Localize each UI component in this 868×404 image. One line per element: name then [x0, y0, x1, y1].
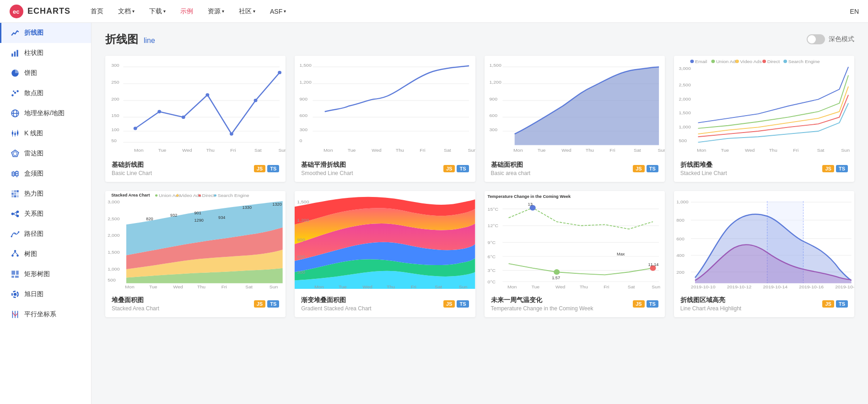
sidebar: 折线图 柱状图 饼图 散点图 地理坐标/地图	[0, 23, 92, 404]
svg-text:Tue: Tue	[348, 148, 356, 153]
sidebar-item-heatmap[interactable]: 热力图	[0, 184, 91, 204]
sidebar-item-sunburst[interactable]: 旭日图	[0, 284, 91, 304]
svg-text:500: 500	[679, 138, 687, 144]
chart-title-row: 未来一周气温变化 Temperature Change in the Comin…	[491, 296, 658, 312]
badge-ts[interactable]: TS	[836, 300, 848, 308]
chart-card-temp-change[interactable]: Temperature Change in the Coming Week 15…	[485, 191, 665, 317]
svg-text:Sun: Sun	[652, 284, 660, 289]
svg-text:Max: Max	[617, 252, 625, 256]
nav-community[interactable]: 社区 ▾	[232, 5, 262, 18]
lines-icon	[11, 229, 20, 239]
chart-title-zh: 基础折线图	[112, 161, 152, 169]
svg-text:600: 600	[489, 113, 497, 118]
svg-text:Stacked Area Chart: Stacked Area Chart	[111, 193, 150, 198]
svg-rect-36	[14, 195, 16, 197]
badge-js[interactable]: JS	[822, 300, 834, 308]
svg-text:1.57: 1.57	[552, 276, 560, 280]
svg-text:Union Ads: Union Ads	[716, 59, 738, 64]
sidebar-item-kline[interactable]: K 线图	[0, 123, 91, 144]
nav-resources[interactable]: 资源 ▾	[201, 5, 231, 18]
sidebar-item-radar[interactable]: 雷达图	[0, 144, 91, 164]
svg-text:1,500: 1,500	[489, 63, 501, 68]
svg-rect-31	[16, 190, 18, 192]
parallel-icon	[11, 310, 20, 319]
chart-info-smooth-line: 基础平滑折线图 Smoothed Line Chart JS TS	[295, 156, 475, 182]
badge-js[interactable]: JS	[443, 165, 455, 172]
sidebar-item-pie[interactable]: 饼图	[0, 63, 91, 83]
chart-card-smooth-line[interactable]: 1,500 1,200 900 600 300 0 Mon Tue	[295, 56, 475, 182]
chart-title-row: 基础面积图 Basic area chart JS TS	[491, 161, 658, 176]
sidebar-item-parallel[interactable]: 平行坐标系	[0, 304, 91, 324]
sidebar-item-treemap[interactable]: 矩形树图	[0, 264, 91, 284]
svg-point-75	[182, 116, 185, 119]
nav-asf[interactable]: ASF ▾	[264, 5, 292, 18]
badge-js[interactable]: JS	[633, 165, 644, 172]
chart-card-basic-line[interactable]: 300 250 200 150 100 50	[105, 56, 286, 182]
badge-ts[interactable]: TS	[457, 300, 469, 308]
badge-js[interactable]: JS	[633, 300, 644, 308]
dark-mode-toggle[interactable]: 深色模式	[807, 34, 854, 44]
badge-ts[interactable]: TS	[267, 165, 279, 172]
chart-info-stacked-line: 折线图堆叠 Stacked Line Chart JS TS	[674, 156, 854, 182]
chart-badges: JS TS	[633, 165, 658, 172]
chart-canvas-stacked-line: Email Union Ads Video Ads Direct Search …	[674, 56, 854, 156]
chart-card-gradient-stacked[interactable]: 1,500 1,200 900 600 300 Mon Tue Wed Thu …	[295, 191, 475, 317]
badge-js[interactable]: JS	[254, 165, 265, 172]
svg-text:Wed: Wed	[182, 148, 192, 153]
logo[interactable]: ec ECHARTS	[9, 4, 70, 19]
chart-title-zh: 未来一周气温变化	[491, 296, 593, 304]
graph-icon	[11, 209, 20, 218]
sidebar-label-geo: 地理坐标/地图	[24, 109, 65, 117]
toggle-switch[interactable]	[807, 34, 825, 44]
sidebar-item-boxplot[interactable]: 盒须图	[0, 164, 91, 184]
lang-switch[interactable]: EN	[850, 8, 859, 15]
heatmap-icon	[11, 189, 20, 198]
main-content: 折线图 line 深色模式 300 250 200 150 100	[92, 23, 868, 404]
svg-point-124	[711, 60, 715, 63]
sidebar-label-sunburst: 旭日图	[24, 290, 43, 298]
chart-card-stacked-area[interactable]: Stacked Area Chart Union Ads Video Ads D…	[105, 191, 286, 317]
chart-card-area-highlight[interactable]: 1,000 800 600 400 200	[674, 191, 854, 317]
sidebar-item-geo[interactable]: 地理坐标/地图	[0, 103, 91, 123]
svg-text:1,000: 1,000	[679, 124, 691, 129]
chart-card-basic-area[interactable]: 1,500 1,200 900 600 300 Mon	[485, 56, 665, 182]
svg-point-130	[783, 60, 787, 63]
badge-ts[interactable]: TS	[647, 165, 658, 172]
nav-download[interactable]: 下载 ▾	[143, 5, 172, 18]
svg-text:900: 900	[300, 96, 308, 101]
svg-text:Sat: Sat	[245, 284, 253, 289]
nav-home[interactable]: 首页	[84, 5, 110, 18]
sidebar-item-graph[interactable]: 关系图	[0, 204, 91, 224]
chart-card-stacked-line[interactable]: Email Union Ads Video Ads Direct Search …	[674, 56, 854, 182]
svg-text:300: 300	[300, 127, 308, 132]
sidebar-item-lines[interactable]: 路径图	[0, 224, 91, 244]
sidebar-item-line[interactable]: 折线图	[0, 23, 91, 43]
chart-title-en: Stacked Area Chart	[112, 305, 159, 312]
badge-js[interactable]: JS	[254, 300, 265, 308]
badge-js[interactable]: JS	[443, 300, 455, 308]
chart-title-row: 渐变堆叠面积图 Gradient Stacked Area Chart JS T…	[301, 296, 469, 312]
badge-ts[interactable]: TS	[267, 300, 279, 308]
sidebar-item-scatter[interactable]: 散点图	[0, 83, 91, 103]
chevron-down-icon: ▾	[284, 9, 286, 14]
svg-text:Direct: Direct	[202, 193, 215, 198]
page-title: 折线图 line	[105, 32, 155, 47]
badge-js[interactable]: JS	[822, 165, 834, 172]
svg-text:Temperature Change in the Comi: Temperature Change in the Coming Week	[487, 194, 571, 199]
badge-ts[interactable]: TS	[647, 300, 658, 308]
svg-text:250: 250	[111, 80, 119, 85]
chart-canvas-gradient-stacked: 1,500 1,200 900 600 300 Mon Tue Wed Thu …	[295, 191, 475, 292]
sidebar-item-bar[interactable]: 柱状图	[0, 43, 91, 63]
sidebar-item-tree[interactable]: 树图	[0, 244, 91, 264]
nav-docs[interactable]: 文档 ▾	[112, 5, 141, 18]
nav-examples[interactable]: 示例	[174, 5, 199, 18]
svg-text:Fri: Fri	[420, 148, 426, 153]
svg-line-51	[15, 252, 18, 255]
svg-point-76	[205, 93, 209, 96]
svg-text:1,200: 1,200	[297, 218, 310, 223]
svg-text:Mon: Mon	[323, 148, 333, 153]
badge-ts[interactable]: TS	[457, 165, 469, 172]
chart-title-block: 渐变堆叠面积图 Gradient Stacked Area Chart	[301, 296, 371, 312]
svg-rect-54	[11, 276, 14, 277]
badge-ts[interactable]: TS	[836, 165, 848, 172]
